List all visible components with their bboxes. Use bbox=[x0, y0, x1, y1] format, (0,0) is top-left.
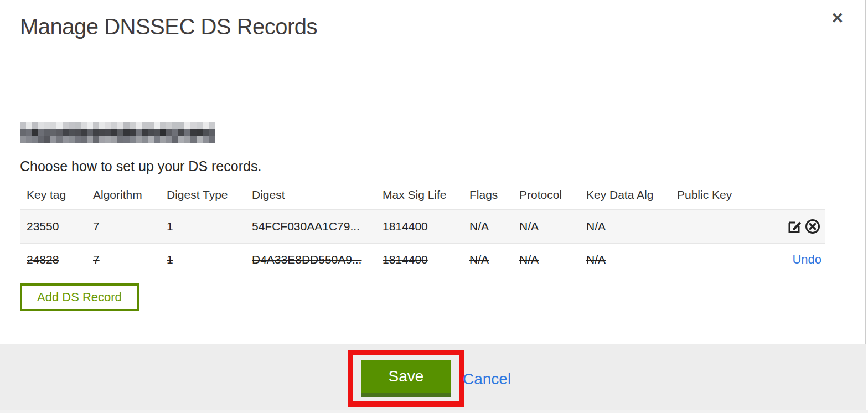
col-header-public-key: Public Key bbox=[670, 183, 742, 210]
col-header-actions bbox=[742, 183, 825, 210]
cell-flags: N/A bbox=[463, 244, 513, 276]
table-row: 24828 7 1 D4A33E8DD550A9... 1814400 N/A … bbox=[20, 244, 825, 276]
instruction-text: Choose how to set up your DS records. bbox=[20, 158, 261, 174]
redacted-domain-name bbox=[20, 122, 215, 143]
cell-digest-type: 1 bbox=[160, 210, 245, 244]
cell-digest: 54FCF030AA1C79... bbox=[245, 210, 376, 244]
table-header-row: Key tag Algorithm Digest Type Digest Max… bbox=[20, 183, 825, 210]
table-row: 23550 7 1 54FCF030AA1C79... 1814400 N/A … bbox=[20, 210, 825, 244]
cell-key-tag: 23550 bbox=[20, 210, 86, 244]
cell-key-data-alg: N/A bbox=[580, 244, 670, 276]
edit-icon bbox=[787, 219, 803, 234]
edit-record-icon[interactable] bbox=[787, 219, 803, 234]
page-background-strip bbox=[0, 410, 868, 413]
cell-public-key bbox=[670, 244, 742, 276]
cell-algorithm: 7 bbox=[86, 244, 160, 276]
ds-records-table: Key tag Algorithm Digest Type Digest Max… bbox=[20, 183, 825, 276]
undo-link[interactable]: Undo bbox=[792, 252, 822, 266]
cell-key-tag: 24828 bbox=[20, 244, 86, 276]
cell-max-sig-life: 1814400 bbox=[376, 244, 463, 276]
save-button[interactable]: Save bbox=[361, 360, 451, 397]
annotation-highlight-box: Save bbox=[348, 350, 464, 407]
col-header-key-tag: Key tag bbox=[20, 183, 86, 210]
cell-protocol: N/A bbox=[513, 210, 580, 244]
col-header-key-data-alg: Key Data Alg bbox=[580, 183, 670, 210]
cell-flags: N/A bbox=[463, 210, 513, 244]
add-ds-record-button[interactable]: Add DS Record bbox=[20, 283, 139, 311]
delete-record-icon[interactable] bbox=[805, 219, 820, 234]
dialog-footer: Save Cancel bbox=[0, 344, 866, 410]
cell-public-key bbox=[670, 210, 742, 244]
row-actions bbox=[742, 210, 825, 244]
col-header-digest-type: Digest Type bbox=[160, 183, 245, 210]
circle-x-icon bbox=[805, 219, 820, 234]
cell-key-data-alg: N/A bbox=[580, 210, 670, 244]
cell-algorithm: 7 bbox=[86, 210, 160, 244]
dnssec-dialog: Manage DNSSEC DS Records ✕ Choose how to… bbox=[0, 0, 866, 410]
col-header-flags: Flags bbox=[463, 183, 513, 210]
col-header-max-sig-life: Max Sig Life bbox=[376, 183, 463, 210]
col-header-algorithm: Algorithm bbox=[86, 183, 160, 210]
col-header-digest: Digest bbox=[245, 183, 376, 210]
cancel-link[interactable]: Cancel bbox=[463, 370, 511, 388]
cell-protocol: N/A bbox=[513, 244, 580, 276]
col-header-protocol: Protocol bbox=[513, 183, 580, 210]
close-icon[interactable]: ✕ bbox=[831, 11, 844, 26]
cell-digest: D4A33E8DD550A9... bbox=[245, 244, 376, 276]
row-actions: Undo bbox=[742, 244, 825, 276]
page-title: Manage DNSSEC DS Records bbox=[20, 14, 317, 39]
cell-max-sig-life: 1814400 bbox=[376, 210, 463, 244]
cell-digest-type: 1 bbox=[160, 244, 245, 276]
